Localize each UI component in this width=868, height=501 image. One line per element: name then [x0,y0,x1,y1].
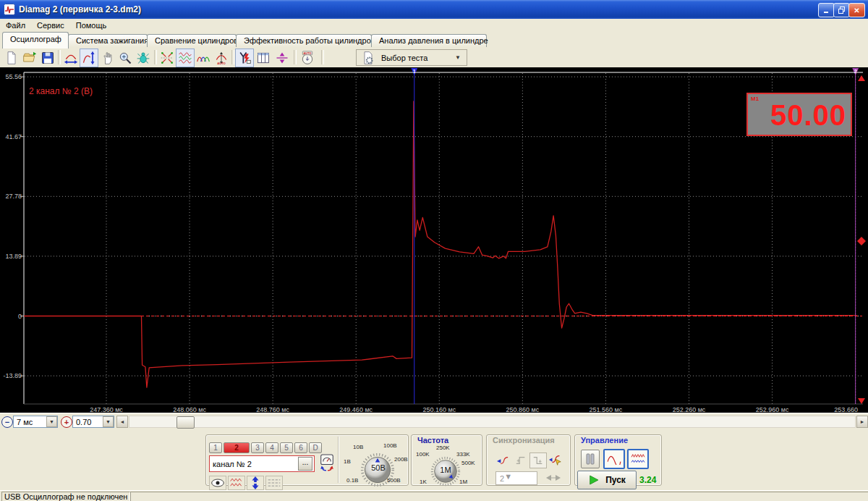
voltage-range-value: 50В [367,463,390,472]
open-file-button[interactable] [20,49,39,67]
save-button[interactable] [38,49,57,67]
zoom-in-icon[interactable]: + [61,416,72,428]
y-tick-label: 41.67 [0,133,22,140]
scroll-right-button[interactable]: ► [856,416,868,428]
open-folder-icon [22,51,37,65]
menu-file[interactable]: Файл [0,20,31,31]
measurement-display: M1 50.00 [746,93,852,136]
multimeter-button[interactable] [319,454,335,475]
pause-button[interactable] [581,450,600,468]
x-tick-label: 251.560 мс [590,406,623,413]
chevron-down-icon[interactable]: ▼ [46,416,57,427]
channel-name-value: канал № 2 [210,460,252,468]
sync-rising-edge-button[interactable] [494,452,511,468]
tab-ignition-system[interactable]: Система зажигания [68,34,148,47]
stretch-horizontal-button[interactable] [61,49,80,67]
time-per-div-select[interactable]: 7 мс ▼ [13,416,58,428]
y-tick-label: 13.89 [0,253,22,260]
stretch-vertical-button[interactable] [80,49,98,67]
control-panel: 1 2 3 4 5 6 D канал № 2 ... [0,429,868,490]
channel-button-2[interactable]: 2 [224,442,250,453]
vertical-position-button[interactable] [247,476,264,490]
sync-manual-button[interactable] [547,452,564,468]
rising-edge-icon [496,455,509,466]
sync-channel-select[interactable]: 2 ▼ [495,471,537,485]
chevron-down-icon: ▼ [455,54,461,61]
right-level-marker-mid[interactable] [857,237,866,245]
zoom-out-icon[interactable]: − [1,416,13,428]
sync-pulse-down-button[interactable] [529,452,547,468]
red-waves-icon [229,477,244,489]
channel-button-1[interactable]: 1 [209,442,222,453]
magnifier-icon [118,51,132,65]
channel-button-d[interactable]: D [309,442,322,453]
channel-button-5[interactable]: 5 [280,442,293,453]
menu-service[interactable]: Сервис [31,20,70,31]
right-level-marker-top[interactable] [858,75,865,81]
chevron-down-icon: ▼ [504,472,512,484]
level-divider-button[interactable] [273,49,292,67]
status-bar: USB Осциллограф не подключен [0,490,868,501]
tab-cylinder-comparison[interactable]: Сравнение цилиндров [147,34,237,47]
oscilloscope-chart[interactable]: 12 55.5641.6727.7813.890-13.89 247.360 м… [0,67,868,413]
run-control-group: Управление Пуск 3.24 [574,434,662,486]
sine-wave-icon [606,453,622,465]
converge-arrows-icon [545,473,562,483]
test-select-dropdown[interactable]: Выбор теста ▼ [356,49,467,66]
spider-icon [136,51,150,65]
voltage-label-10v: 10В [353,444,363,450]
waveform-plot[interactable]: 12 [0,67,868,413]
frequency-label-333k: 333K [456,451,470,458]
minimize-button[interactable] [818,3,835,17]
y-tick-label: 27.78 [0,193,22,200]
x-tick-label: 250.160 мс [422,406,456,413]
zoom-button[interactable] [116,49,135,67]
channel-button-6[interactable]: 6 [294,442,307,453]
close-button[interactable]: ✕ [848,3,865,17]
channel-group: 1 2 3 4 5 6 D канал № 2 ... [205,434,409,486]
restore-button[interactable] [833,3,850,17]
auto-measure-button[interactable]: AUTO [298,49,317,67]
scale-factor-select[interactable]: 0.70 ▼ [72,416,114,428]
waves-compare-button[interactable] [194,49,213,67]
sync-pulse-up-button[interactable] [512,452,529,468]
scrollbar-thumb[interactable] [176,416,195,429]
trigger-button[interactable] [235,49,254,67]
horizontal-scrollbar[interactable] [129,416,856,428]
pan-hand-button[interactable] [98,49,116,67]
voltage-label-500v: 500В [387,477,401,484]
stretch-vertical-icon [82,51,96,65]
toolbar-separator [321,50,324,64]
frequency-label-1m: 1M [459,479,467,485]
line-style-button[interactable] [265,476,283,490]
chevron-down-icon[interactable]: ▼ [103,416,114,427]
channel-options-button[interactable]: ... [298,457,312,471]
spark-plug-view-button[interactable] [134,49,153,67]
collapse-waves-button[interactable] [158,49,176,67]
single-wave-mode-button[interactable] [603,449,625,469]
channel-button-3[interactable]: 3 [251,442,264,453]
tab-cylinder-pressure[interactable]: Анализ давления в цилиндре [371,34,487,47]
menu-help[interactable]: Помощь [70,20,113,31]
right-level-marker-bottom[interactable] [858,398,865,404]
x-tick-label: 249.460 мс [339,406,373,413]
channel-button-4[interactable]: 4 [265,442,278,453]
tab-oscilloscope[interactable]: Осциллограф [2,32,69,49]
grid-columns-button[interactable] [254,49,273,67]
overlay-waves-button[interactable] [176,49,195,67]
new-file-button[interactable] [2,49,21,67]
scroll-left-button[interactable]: ◄ [116,416,128,428]
visibility-toggle-button[interactable] [209,476,226,490]
start-button[interactable]: Пуск [577,471,637,489]
toolbar-separator [231,50,234,64]
x-tick-label: 252.260 мс [673,406,706,413]
multi-wave-mode-button[interactable] [627,449,649,469]
test-select-label: Выбор теста [381,54,427,62]
waveform-style-button[interactable] [228,476,245,490]
x-tick-label: 247.360 мс [90,406,123,413]
trigger-icon [237,51,252,65]
channel-name-input[interactable]: канал № 2 ... [209,455,315,472]
table-grid-icon [256,51,271,65]
tab-cylinder-efficiency[interactable]: Эффективность работы цилиндров [236,34,372,47]
auto-scale-button[interactable]: AUTO [212,49,231,67]
